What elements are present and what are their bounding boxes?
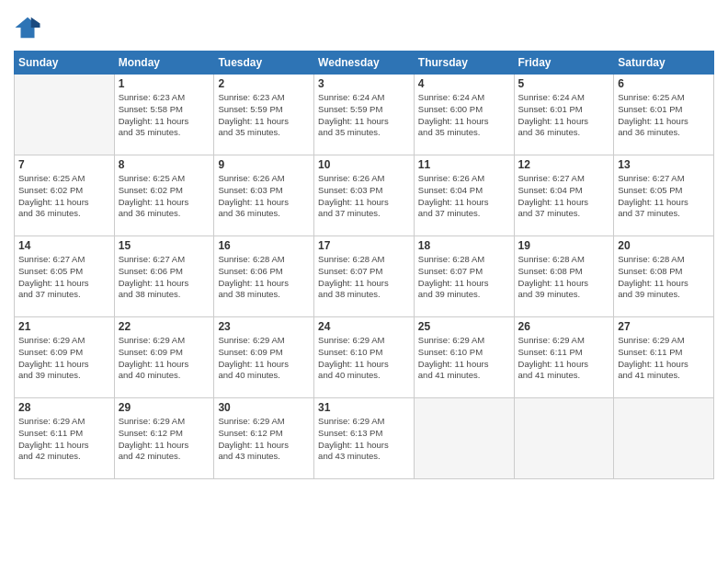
day-info: Sunrise: 6:24 AM Sunset: 6:00 PM Dayligh… (418, 92, 510, 139)
day-number: 1 (119, 77, 210, 90)
day-info: Sunrise: 6:28 AM Sunset: 6:07 PM Dayligh… (318, 254, 410, 301)
logo-icon (14, 14, 41, 41)
day-info: Sunrise: 6:23 AM Sunset: 5:58 PM Dayligh… (119, 92, 210, 139)
day-cell: 4Sunrise: 6:24 AM Sunset: 6:00 PM Daylig… (414, 75, 514, 155)
day-cell: 12Sunrise: 6:27 AM Sunset: 6:04 PM Dayli… (514, 155, 614, 236)
day-number: 20 (618, 239, 710, 252)
day-info: Sunrise: 6:29 AM Sunset: 6:10 PM Dayligh… (418, 335, 510, 382)
day-number: 7 (18, 158, 110, 171)
day-info: Sunrise: 6:26 AM Sunset: 6:03 PM Dayligh… (218, 173, 310, 220)
calendar: SundayMondayTuesdayWednesdayThursdayFrid… (14, 51, 714, 479)
day-cell: 5Sunrise: 6:24 AM Sunset: 6:01 PM Daylig… (514, 75, 614, 155)
day-number: 21 (18, 320, 110, 333)
day-number: 11 (418, 158, 510, 171)
day-cell: 10Sunrise: 6:26 AM Sunset: 6:03 PM Dayli… (314, 155, 415, 236)
day-number: 22 (119, 320, 210, 333)
day-number: 23 (218, 320, 310, 333)
day-number: 19 (518, 239, 610, 252)
day-number: 12 (518, 158, 610, 171)
day-cell: 14Sunrise: 6:27 AM Sunset: 6:05 PM Dayli… (15, 236, 115, 317)
day-cell: 17Sunrise: 6:28 AM Sunset: 6:07 PM Dayli… (314, 236, 415, 317)
day-cell: 28Sunrise: 6:29 AM Sunset: 6:11 PM Dayli… (15, 398, 115, 479)
day-number: 2 (218, 77, 310, 90)
day-cell: 18Sunrise: 6:28 AM Sunset: 6:07 PM Dayli… (414, 236, 514, 317)
calendar-header-row: SundayMondayTuesdayWednesdayThursdayFrid… (15, 52, 714, 75)
day-number: 31 (318, 401, 410, 414)
header-wednesday: Wednesday (314, 52, 415, 75)
day-number: 16 (218, 239, 310, 252)
day-number: 29 (119, 401, 210, 414)
day-cell: 23Sunrise: 6:29 AM Sunset: 6:09 PM Dayli… (214, 317, 314, 398)
day-cell: 1Sunrise: 6:23 AM Sunset: 5:58 PM Daylig… (114, 75, 214, 155)
day-info: Sunrise: 6:27 AM Sunset: 6:05 PM Dayligh… (18, 254, 110, 301)
day-info: Sunrise: 6:25 AM Sunset: 6:01 PM Dayligh… (618, 92, 710, 139)
day-cell: 8Sunrise: 6:25 AM Sunset: 6:02 PM Daylig… (114, 155, 214, 236)
day-cell: 9Sunrise: 6:26 AM Sunset: 6:03 PM Daylig… (214, 155, 314, 236)
day-cell: 24Sunrise: 6:29 AM Sunset: 6:10 PM Dayli… (314, 317, 415, 398)
day-cell: 11Sunrise: 6:26 AM Sunset: 6:04 PM Dayli… (414, 155, 514, 236)
day-info: Sunrise: 6:23 AM Sunset: 5:59 PM Dayligh… (218, 92, 310, 139)
header (14, 14, 714, 41)
day-cell: 31Sunrise: 6:29 AM Sunset: 6:13 PM Dayli… (314, 398, 415, 479)
day-cell (514, 398, 614, 479)
day-number: 28 (18, 401, 110, 414)
day-info: Sunrise: 6:28 AM Sunset: 6:07 PM Dayligh… (418, 254, 510, 301)
week-row-4: 21Sunrise: 6:29 AM Sunset: 6:09 PM Dayli… (15, 317, 714, 398)
day-number: 17 (318, 239, 410, 252)
day-number: 6 (618, 77, 710, 90)
day-info: Sunrise: 6:29 AM Sunset: 6:10 PM Dayligh… (318, 335, 410, 382)
day-cell: 16Sunrise: 6:28 AM Sunset: 6:06 PM Dayli… (214, 236, 314, 317)
header-sunday: Sunday (15, 52, 115, 75)
day-cell (15, 75, 115, 155)
day-cell: 6Sunrise: 6:25 AM Sunset: 6:01 PM Daylig… (614, 75, 714, 155)
day-info: Sunrise: 6:27 AM Sunset: 6:06 PM Dayligh… (119, 254, 210, 301)
day-number: 18 (418, 239, 510, 252)
day-info: Sunrise: 6:29 AM Sunset: 6:09 PM Dayligh… (119, 335, 210, 382)
day-number: 30 (218, 401, 310, 414)
day-info: Sunrise: 6:24 AM Sunset: 6:01 PM Dayligh… (518, 92, 610, 139)
logo (14, 14, 45, 41)
day-info: Sunrise: 6:29 AM Sunset: 6:12 PM Dayligh… (119, 416, 210, 463)
day-cell: 22Sunrise: 6:29 AM Sunset: 6:09 PM Dayli… (114, 317, 214, 398)
day-info: Sunrise: 6:29 AM Sunset: 6:09 PM Dayligh… (18, 335, 110, 382)
day-cell: 21Sunrise: 6:29 AM Sunset: 6:09 PM Dayli… (15, 317, 115, 398)
day-cell: 30Sunrise: 6:29 AM Sunset: 6:12 PM Dayli… (214, 398, 314, 479)
day-cell (414, 398, 514, 479)
header-friday: Friday (514, 52, 614, 75)
day-info: Sunrise: 6:28 AM Sunset: 6:06 PM Dayligh… (218, 254, 310, 301)
day-number: 8 (119, 158, 210, 171)
week-row-1: 1Sunrise: 6:23 AM Sunset: 5:58 PM Daylig… (15, 75, 714, 155)
header-thursday: Thursday (414, 52, 514, 75)
week-row-5: 28Sunrise: 6:29 AM Sunset: 6:11 PM Dayli… (15, 398, 714, 479)
day-info: Sunrise: 6:29 AM Sunset: 6:13 PM Dayligh… (318, 416, 410, 463)
header-monday: Monday (114, 52, 214, 75)
day-number: 15 (119, 239, 210, 252)
day-number: 14 (18, 239, 110, 252)
day-number: 13 (618, 158, 710, 171)
day-cell: 19Sunrise: 6:28 AM Sunset: 6:08 PM Dayli… (514, 236, 614, 317)
day-info: Sunrise: 6:28 AM Sunset: 6:08 PM Dayligh… (618, 254, 710, 301)
day-cell (614, 398, 714, 479)
day-cell: 7Sunrise: 6:25 AM Sunset: 6:02 PM Daylig… (15, 155, 115, 236)
week-row-2: 7Sunrise: 6:25 AM Sunset: 6:02 PM Daylig… (15, 155, 714, 236)
day-number: 24 (318, 320, 410, 333)
week-row-3: 14Sunrise: 6:27 AM Sunset: 6:05 PM Dayli… (15, 236, 714, 317)
day-number: 4 (418, 77, 510, 90)
day-info: Sunrise: 6:26 AM Sunset: 6:04 PM Dayligh… (418, 173, 510, 220)
day-cell: 26Sunrise: 6:29 AM Sunset: 6:11 PM Dayli… (514, 317, 614, 398)
day-number: 25 (418, 320, 510, 333)
day-info: Sunrise: 6:25 AM Sunset: 6:02 PM Dayligh… (119, 173, 210, 220)
day-number: 10 (318, 158, 410, 171)
day-info: Sunrise: 6:24 AM Sunset: 5:59 PM Dayligh… (318, 92, 410, 139)
day-number: 5 (518, 77, 610, 90)
day-number: 3 (318, 77, 410, 90)
day-cell: 15Sunrise: 6:27 AM Sunset: 6:06 PM Dayli… (114, 236, 214, 317)
day-info: Sunrise: 6:26 AM Sunset: 6:03 PM Dayligh… (318, 173, 410, 220)
day-cell: 29Sunrise: 6:29 AM Sunset: 6:12 PM Dayli… (114, 398, 214, 479)
day-info: Sunrise: 6:29 AM Sunset: 6:11 PM Dayligh… (618, 335, 710, 382)
day-info: Sunrise: 6:27 AM Sunset: 6:05 PM Dayligh… (618, 173, 710, 220)
header-saturday: Saturday (614, 52, 714, 75)
day-cell: 13Sunrise: 6:27 AM Sunset: 6:05 PM Dayli… (614, 155, 714, 236)
day-cell: 20Sunrise: 6:28 AM Sunset: 6:08 PM Dayli… (614, 236, 714, 317)
day-info: Sunrise: 6:27 AM Sunset: 6:04 PM Dayligh… (518, 173, 610, 220)
